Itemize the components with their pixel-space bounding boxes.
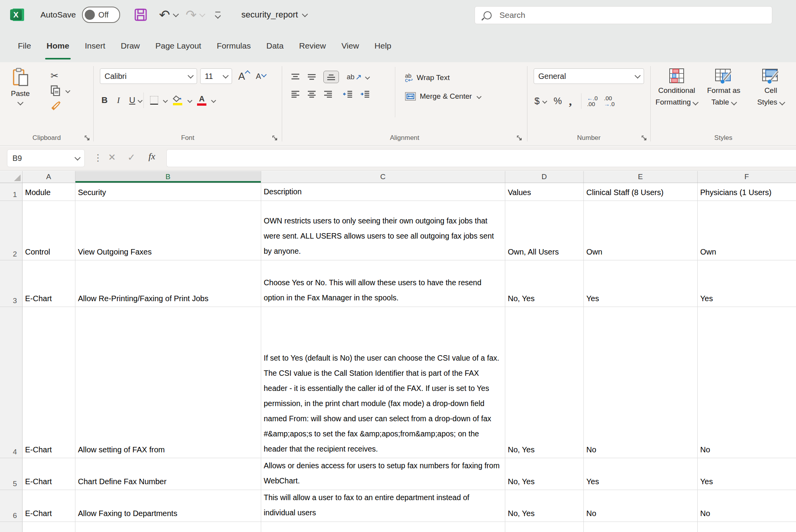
cell-A2[interactable]: Control [22, 201, 75, 260]
cell-F3[interactable]: Yes [697, 260, 796, 307]
cell-D1[interactable]: Values [505, 183, 583, 201]
cell-B1[interactable]: Security [75, 183, 261, 201]
cell-F7[interactable] [697, 522, 796, 532]
font-dialog-launcher[interactable] [272, 136, 278, 141]
cell-D7[interactable] [505, 522, 583, 532]
cell-F4[interactable]: No [697, 307, 796, 458]
cell-B7[interactable] [75, 522, 261, 532]
excel-app-icon[interactable]: X [10, 7, 27, 23]
cell-D6[interactable]: No, Yes [505, 490, 583, 522]
row-header-3[interactable]: 3 [0, 260, 22, 307]
comma-format-button[interactable]: , [569, 94, 572, 108]
percent-format-button[interactable]: % [553, 96, 562, 106]
align-top-button[interactable] [291, 73, 300, 81]
cell-C3[interactable]: Choose Yes or No. This will allow these … [261, 260, 505, 307]
tab-help[interactable]: Help [367, 30, 399, 62]
column-header-a[interactable]: A [22, 171, 75, 183]
fill-color-chevron-icon[interactable] [187, 98, 192, 103]
cell-B3[interactable]: Allow Re-Printing/Faxing of Print Jobs [75, 260, 261, 307]
cell-F2[interactable]: Own [697, 201, 796, 260]
format-painter-button[interactable] [51, 98, 70, 113]
cell-A5[interactable]: E-Chart [22, 458, 75, 490]
borders-chevron-icon[interactable] [163, 98, 168, 103]
increase-decimal-button[interactable]: ←.0 .00 [587, 95, 598, 107]
currency-format-button[interactable]: $ [534, 96, 546, 106]
underline-chevron-icon[interactable] [138, 98, 143, 103]
cell-C1[interactable]: Description [261, 183, 505, 201]
paste-button[interactable]: Paste [11, 68, 30, 105]
cell-B5[interactable]: Chart Define Fax Number [75, 458, 261, 490]
align-middle-button[interactable] [307, 73, 316, 81]
italic-button[interactable]: I [117, 95, 120, 105]
enter-button[interactable]: ✓ [127, 152, 135, 163]
formula-input[interactable] [166, 149, 796, 167]
row-header-4[interactable]: 4 [0, 307, 22, 458]
copy-button[interactable] [51, 83, 70, 98]
underline-button[interactable]: U [129, 95, 135, 105]
align-left-button[interactable] [291, 90, 300, 98]
fill-color-button[interactable] [173, 95, 183, 105]
cell-B2[interactable]: View Outgoing Faxes [75, 201, 261, 260]
font-name-combo[interactable]: Calibri [100, 68, 197, 84]
search-box[interactable] [475, 6, 772, 24]
font-color-button[interactable]: A [197, 95, 206, 106]
cell-B4[interactable]: Allow setting of FAX from [75, 307, 261, 458]
column-header-c[interactable]: C [261, 171, 505, 183]
cell-E7[interactable] [583, 522, 697, 532]
cell-D2[interactable]: Own, All Users [505, 201, 583, 260]
row-header-1[interactable]: 1 [0, 183, 22, 201]
clipboard-dialog-launcher[interactable] [85, 136, 90, 141]
tab-home[interactable]: Home [39, 30, 77, 62]
number-dialog-launcher[interactable] [642, 136, 647, 141]
wrap-text-button[interactable]: ab c↩ Wrap Text [405, 68, 481, 87]
cell-styles-button[interactable]: Cell Styles [748, 68, 794, 107]
align-right-button[interactable] [323, 90, 333, 98]
document-title[interactable]: security_report [241, 10, 307, 20]
bold-button[interactable]: B [101, 95, 108, 105]
cell-A1[interactable]: Module [22, 183, 75, 201]
column-header-b-selected[interactable]: B [75, 171, 261, 183]
font-color-chevron-icon[interactable] [211, 98, 216, 103]
cell-B6[interactable]: Allow Faxing to Departments [75, 490, 261, 522]
customize-quick-access-toolbar-button[interactable] [215, 12, 220, 18]
tab-insert[interactable]: Insert [77, 30, 113, 62]
insert-function-button[interactable]: fx [148, 151, 155, 162]
increase-font-size-button[interactable]: A [238, 70, 250, 82]
row-header-6[interactable]: 6 [0, 490, 22, 522]
tab-file[interactable]: File [10, 30, 39, 62]
cell-F5[interactable]: Yes [697, 458, 796, 490]
tab-draw[interactable]: Draw [113, 30, 148, 62]
tab-page-layout[interactable]: Page Layout [148, 30, 209, 62]
select-all-button[interactable] [0, 171, 22, 183]
cell-D3[interactable]: No, Yes [505, 260, 583, 307]
tab-view[interactable]: View [333, 30, 367, 62]
cell-A4[interactable]: E-Chart [22, 307, 75, 458]
increase-indent-button[interactable] [360, 90, 370, 98]
cell-F1[interactable]: Physicians (1 Users) [697, 183, 796, 201]
name-box[interactable]: B9 [7, 149, 85, 167]
cell-C6[interactable]: This will allow a user to fax to an enti… [261, 490, 505, 522]
merge-center-button[interactable]: Merge & Center [405, 87, 481, 106]
tab-formulas[interactable]: Formulas [209, 30, 259, 62]
conditional-formatting-button[interactable]: Conditional Formatting [654, 68, 700, 107]
save-button[interactable] [134, 8, 147, 21]
cell-D4[interactable]: No, Yes [505, 307, 583, 458]
cell-F6[interactable]: No [697, 490, 796, 522]
cell-D5[interactable]: No, Yes [505, 458, 583, 490]
column-header-f[interactable]: F [697, 171, 796, 183]
autosave-toggle[interactable]: Off [82, 7, 120, 23]
tab-review[interactable]: Review [292, 30, 334, 62]
redo-button[interactable]: ↷ [186, 9, 205, 21]
cell-E4[interactable]: No [583, 307, 697, 458]
borders-button[interactable] [150, 96, 158, 105]
number-format-combo[interactable]: General [534, 68, 644, 84]
undo-button[interactable]: ↶ [159, 9, 178, 21]
alignment-dialog-launcher[interactable] [517, 136, 522, 141]
cell-C5[interactable]: Allows or denies access for users to set… [261, 458, 505, 490]
decrease-font-size-button[interactable]: A [256, 72, 265, 81]
align-bottom-button-selected[interactable] [323, 71, 339, 83]
cut-button[interactable]: ✂ [51, 68, 70, 83]
align-center-button[interactable] [307, 90, 316, 98]
cell-A6[interactable]: E-Chart [22, 490, 75, 522]
cancel-button[interactable]: ✕ [108, 152, 116, 163]
